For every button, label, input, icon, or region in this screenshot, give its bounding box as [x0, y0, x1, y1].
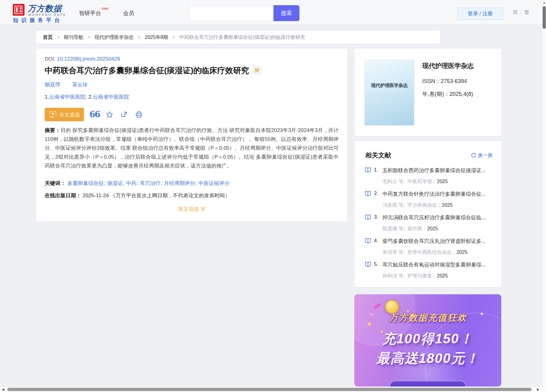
nav-item-member[interactable]: 会员: [123, 9, 134, 17]
banner-cta-button[interactable]: [390, 381, 466, 386]
book-icon: [365, 191, 371, 197]
volume-value: 2025,4(8): [450, 91, 473, 97]
action-toolbar: free 全文直达 66: [45, 107, 143, 122]
vertical-scrollbar[interactable]: ▲: [542, 0, 546, 392]
related-item-title[interactable]: 中药复方联合针灸疗法治疗多囊卵巢综合征...: [382, 190, 496, 198]
breadcrumb-separator: >: [88, 35, 90, 40]
scroll-left-arrow[interactable]: ◀: [2, 388, 4, 391]
breadcrumb-home[interactable]: 首页: [43, 35, 53, 40]
doi-label: DOI:: [45, 56, 55, 62]
related-item-num: 5.: [374, 261, 378, 267]
keywords-row: 关键词：多囊卵巢综合征;痰湿证;中药;耳穴治疗;月经周期评分;中医证候评分: [45, 180, 230, 187]
related-item: 5. 耳穴贴压联合有氧运动对痰湿型多囊卵巢综... 孙利洁 等; 护理与康复；2…: [354, 261, 501, 285]
breadcrumb-issue[interactable]: 2025年8期: [145, 35, 168, 40]
keyword-link[interactable]: 痰湿证: [107, 180, 123, 186]
keyword-link[interactable]: 耳穴治疗: [140, 180, 160, 186]
breadcrumb: 首页 > 期刊导航 > 现代护理医学杂志 > 2025年8期 > 中药联合耳穴治…: [36, 31, 440, 44]
affiliation-num: 2.: [88, 94, 93, 100]
login-register-button[interactable]: 登录 / 注册: [457, 8, 503, 20]
keyword-separator: ;: [104, 180, 105, 186]
horizontal-scroll-thumb[interactable]: [7, 388, 532, 391]
search-bar: 搜索: [189, 5, 299, 21]
favorite-button[interactable]: [105, 111, 113, 119]
refresh-related-button[interactable]: 换一换: [471, 152, 493, 159]
search-button[interactable]: 搜索: [273, 5, 299, 21]
author-link[interactable]: 杨亚萍: [45, 82, 60, 88]
related-item-title[interactable]: 抑亢汤联合耳穴压籽治疗多囊卵巢综合征临...: [382, 214, 496, 221]
authors-row: 杨亚萍 莫云珍: [45, 81, 98, 88]
medline-badge: M: [253, 66, 261, 74]
author-link[interactable]: 莫云珍: [72, 82, 88, 88]
journal-name[interactable]: 现代护理医学杂志: [422, 62, 474, 70]
affiliation-link[interactable]: 云南省中医医院: [49, 94, 85, 100]
brand-tagline: 知识服务平台: [13, 17, 62, 24]
related-item-title[interactable]: 五积散联合西药治疗多囊卵巢综合征痰湿证...: [382, 167, 496, 174]
scroll-up-arrow[interactable]: ▲: [542, 1, 546, 4]
nav-item-zhiyan[interactable]: 智研平台: [79, 9, 101, 17]
related-item-num: 1.: [374, 167, 378, 173]
keyword-link[interactable]: 中药: [126, 180, 136, 186]
related-item-meta: 冯发雨 等; 罕少疾病杂志；2025: [382, 202, 453, 209]
issn-label: ISSN：: [422, 78, 441, 84]
related-item-title[interactable]: 柴芍多囊饮联合耳穴压丸治疗肾虚肝郁证多...: [382, 238, 496, 245]
search-input[interactable]: [189, 5, 273, 21]
affiliation-separator: ;: [85, 94, 87, 100]
breadcrumb-separator: >: [57, 35, 59, 40]
keyword-separator: ;: [123, 180, 124, 186]
vertical-scroll-thumb[interactable]: [543, 6, 546, 29]
new-badge: new: [102, 6, 108, 11]
fulltext-button[interactable]: free 全文直达: [45, 108, 84, 121]
breadcrumb-journal[interactable]: 现代护理医学杂志: [95, 35, 134, 40]
breadcrumb-journal-nav[interactable]: 期刊导航: [64, 35, 83, 40]
article-title-row: 中药联合耳穴治疗多囊卵巢综合征(痰湿证)的临床疗效研究M: [45, 65, 261, 76]
scroll-right-arrow[interactable]: ▶: [537, 388, 539, 391]
promo-banner[interactable]: ✦ 万方数据充值狂欢 充100得150！ 最高送1800元！: [354, 294, 501, 386]
book-icon: [365, 214, 371, 220]
related-item-num: 2.: [374, 190, 378, 197]
print-button[interactable]: [135, 111, 143, 119]
wanfang-logo-icon[interactable]: [13, 4, 24, 16]
cite-button[interactable]: 66: [91, 111, 99, 119]
related-item: 4. 柴芍多囊饮联合耳穴压丸治疗肾虚肝郁证多... 朱诗琴 等; 世界中西医结合…: [354, 237, 501, 261]
printer-icon: [135, 111, 143, 119]
page: 万方数据 WANFANG DATA 知识服务平台 智研平台 new 会员 搜索 …: [0, 0, 546, 392]
pubdate-label: 在线出版日期：: [45, 193, 81, 198]
keyword-link[interactable]: 多囊卵巢综合征: [67, 180, 104, 186]
keyword-link[interactable]: 月经周期评分: [164, 180, 195, 186]
book-icon: [365, 238, 371, 244]
share-button[interactable]: [120, 111, 128, 119]
lang-simplified[interactable]: 简: [513, 9, 518, 15]
journal-card: 现代护理医学杂志 现代护理医学杂志 ISSN：2753-6394 年,卷(期)：…: [354, 49, 501, 136]
journal-cover[interactable]: 现代护理医学杂志: [364, 60, 414, 126]
keyword-separator: ;: [136, 180, 138, 186]
pubdate-note: （万方平台首次上网日期，不代表论文的发表时间）: [110, 193, 230, 198]
lang-divider: |: [520, 9, 522, 15]
english-info-toggle[interactable]: 英文信息: [36, 205, 347, 213]
related-item-meta: 毛利云 等; 中医药学报；2025: [382, 179, 448, 185]
article-card: DOI: 10.12208/j.jmnm.20250429 中药联合耳穴治疗多囊…: [36, 49, 347, 221]
horizontal-scrollbar[interactable]: ◀ ▶: [0, 386, 546, 392]
keyword-link[interactable]: 中医证候评分: [198, 180, 230, 186]
abstract-text: 目的 探究多囊卵巢综合征(痰湿证)患者行中药联合耳穴治疗的疗效。方法 研究对象取…: [45, 127, 339, 169]
doi-link[interactable]: 10.12208/j.jmnm.20250429: [57, 56, 120, 62]
book-icon: [365, 262, 371, 267]
share-icon: [120, 111, 128, 118]
brand-name[interactable]: 万方数据: [28, 3, 62, 14]
fulltext-button-label: 全文直达: [59, 111, 80, 118]
related-item: 2. 中药复方联合针灸疗法治疗多囊卵巢综合征... 冯发雨 等; 罕少疾病杂志；…: [354, 190, 501, 214]
affiliation-link[interactable]: 云南省中医医院: [93, 94, 129, 100]
related-item: 1. 五积散联合西药治疗多囊卵巢综合征痰湿证... 毛利云 等; 中医药学报；2…: [354, 167, 501, 190]
lang-traditional[interactable]: 繁: [524, 9, 529, 15]
double-chevron-down-icon: [201, 206, 205, 212]
banner-offer-line2: 最高送1800元！: [354, 349, 501, 368]
related-item-title[interactable]: 耳穴贴压联合有氧运动对痰湿型多囊卵巢综...: [382, 261, 496, 268]
banner-title: 万方数据充值狂欢: [354, 311, 501, 324]
breadcrumb-separator: >: [138, 35, 141, 40]
journal-cover-title: 现代护理医学杂志: [365, 83, 414, 89]
breadcrumb-separator: >: [172, 35, 175, 40]
language-switch: 简|繁: [513, 9, 529, 16]
keyword-separator: ;: [195, 180, 197, 186]
related-item-meta: 孙利洁 等; 护理与康复；2025: [382, 273, 448, 279]
free-download-icon: free: [49, 110, 57, 119]
book-icon: [365, 167, 371, 173]
